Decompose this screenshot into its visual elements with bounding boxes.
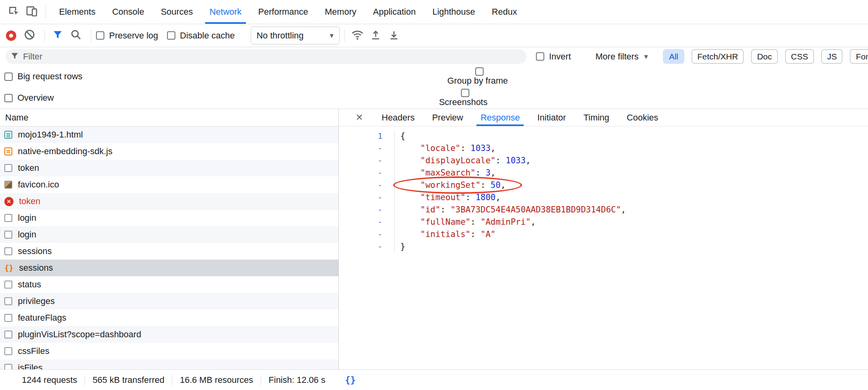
close-icon: ✕ (355, 112, 363, 123)
throttling-select[interactable]: No throttling ▾ (251, 27, 340, 44)
chevron-down-icon: ▾ (644, 53, 648, 60)
code-text: "timeout": 1800, (395, 191, 501, 204)
request-row[interactable]: login (0, 226, 338, 243)
tab-network[interactable]: Network (201, 0, 250, 24)
options-row-2: Overview Screenshots (0, 87, 868, 109)
request-row[interactable]: cssFiles (0, 343, 338, 359)
disable-cache-checkbox[interactable] (167, 31, 175, 40)
network-toolbar: Preserve log Disable cache No throttling… (0, 24, 868, 47)
invert-checkbox[interactable] (536, 52, 544, 61)
more-filters-button[interactable]: More filters ▾ (595, 52, 648, 62)
code-text: "id": "3BA73DC54E4A50AAD38EB1BD9D314D6C"… (395, 204, 626, 216)
record-network-log-button[interactable] (3, 27, 19, 44)
divider (91, 29, 91, 42)
tab-lighthouse[interactable]: Lighthouse (424, 0, 484, 24)
overview-checkbox[interactable] (4, 94, 13, 102)
response-tab-initiator[interactable]: Initiator (528, 109, 574, 126)
preserve-log-checkbox[interactable] (96, 31, 104, 40)
request-name: privileges (18, 296, 55, 306)
devtools-tabs: ElementsConsoleSourcesNetworkPerformance… (51, 0, 525, 24)
code-text: "displayLocale": 1033, (395, 155, 531, 167)
disable-cache-label: Disable cache (180, 31, 235, 41)
filter-input[interactable] (23, 52, 499, 62)
request-name: pluginVisList?scope=dashboard (18, 329, 141, 340)
code-text: "fullName": "AdminPri", (395, 216, 536, 228)
name-column-header[interactable]: Name (0, 109, 338, 126)
request-row[interactable]: pluginVisList?scope=dashboard (0, 326, 338, 343)
filter-chip-fetch-xhr[interactable]: Fetch/XHR (691, 49, 744, 64)
doc-icon (4, 314, 12, 322)
close-details-button[interactable]: ✕ (351, 109, 368, 126)
toggle-device-toolbar-button[interactable] (23, 3, 41, 21)
doc-icon (4, 247, 12, 255)
response-tab-headers[interactable]: Headers (373, 109, 423, 126)
screenshots-checkbox[interactable] (461, 89, 469, 97)
request-row[interactable]: sessions (0, 260, 338, 276)
tab-memory[interactable]: Memory (317, 0, 365, 24)
request-row[interactable]: status (0, 276, 338, 293)
request-row[interactable]: token (0, 193, 338, 210)
search-button[interactable] (68, 27, 84, 44)
status-item: 565 kB transferred (84, 375, 172, 385)
big-request-rows-checkbox[interactable] (4, 73, 13, 81)
response-tab-cookies[interactable]: Cookies (618, 109, 667, 126)
request-row[interactable]: mojo1949-1.html (0, 126, 338, 143)
inspect-element-button[interactable] (4, 3, 23, 21)
doc-icon (4, 214, 12, 222)
line-number: - (339, 142, 395, 155)
funnel-icon (10, 52, 19, 62)
tab-performance[interactable]: Performance (250, 0, 317, 24)
request-row[interactable]: native-embedding-sdk.js (0, 143, 338, 160)
request-name: status (18, 279, 41, 290)
format-json-button[interactable]: {} (345, 375, 356, 385)
doc-icon (4, 164, 12, 172)
request-name: jsFiles (18, 363, 42, 369)
upload-icon (370, 29, 382, 42)
doc-icon (4, 231, 12, 239)
filter-chip-all[interactable]: All (663, 49, 684, 64)
request-row[interactable]: token (0, 160, 338, 176)
response-tab-response[interactable]: Response (472, 109, 528, 126)
response-code: 1{- "locale": 1033,- "displayLocale": 10… (339, 126, 868, 369)
filter-toggle-button[interactable] (50, 27, 65, 44)
filter-chip-font[interactable]: Font (850, 49, 868, 64)
response-tab-timing[interactable]: Timing (575, 109, 618, 126)
tab-elements[interactable]: Elements (51, 0, 104, 24)
group-by-frame-checkbox[interactable] (475, 67, 484, 76)
code-line: -} (339, 241, 868, 253)
request-row[interactable]: login (0, 210, 338, 226)
request-row[interactable]: jsFiles (0, 359, 338, 369)
tab-sources[interactable]: Sources (152, 0, 201, 24)
request-name: token (19, 196, 40, 206)
tab-redux[interactable]: Redux (484, 0, 526, 24)
funnel-icon (52, 29, 63, 42)
request-row[interactable]: featureFlags (0, 310, 338, 326)
clear-network-log-button[interactable] (21, 27, 37, 44)
request-row[interactable]: privileges (0, 293, 338, 310)
export-har-button[interactable] (386, 27, 402, 44)
tab-console[interactable]: Console (104, 0, 153, 24)
error-icon (4, 197, 13, 206)
tab-application[interactable]: Application (365, 0, 424, 24)
code-text: } (395, 241, 405, 253)
import-har-button[interactable] (368, 27, 384, 44)
request-row[interactable]: favicon.ico (0, 176, 338, 193)
status-item: 16.6 MB resources (172, 375, 261, 385)
request-name: cssFiles (18, 346, 49, 356)
code-text: { (395, 130, 405, 142)
record-icon (6, 31, 16, 41)
json-icon (4, 264, 13, 273)
doc-icon (4, 331, 12, 338)
code-line: - "displayLocale": 1033, (339, 155, 868, 167)
doc-icon (4, 347, 12, 355)
network-conditions-button[interactable] (350, 27, 365, 44)
divider (44, 29, 45, 42)
divider (344, 29, 345, 42)
filter-chip-css[interactable]: CSS (785, 49, 814, 64)
filter-chip-doc[interactable]: Doc (751, 49, 778, 64)
code-line: - "id": "3BA73DC54E4A50AAD38EB1BD9D314D6… (339, 204, 868, 216)
response-tab-preview[interactable]: Preview (423, 109, 472, 126)
script-icon (4, 147, 12, 155)
request-row[interactable]: sessions (0, 243, 338, 260)
filter-chip-js[interactable]: JS (821, 49, 843, 64)
